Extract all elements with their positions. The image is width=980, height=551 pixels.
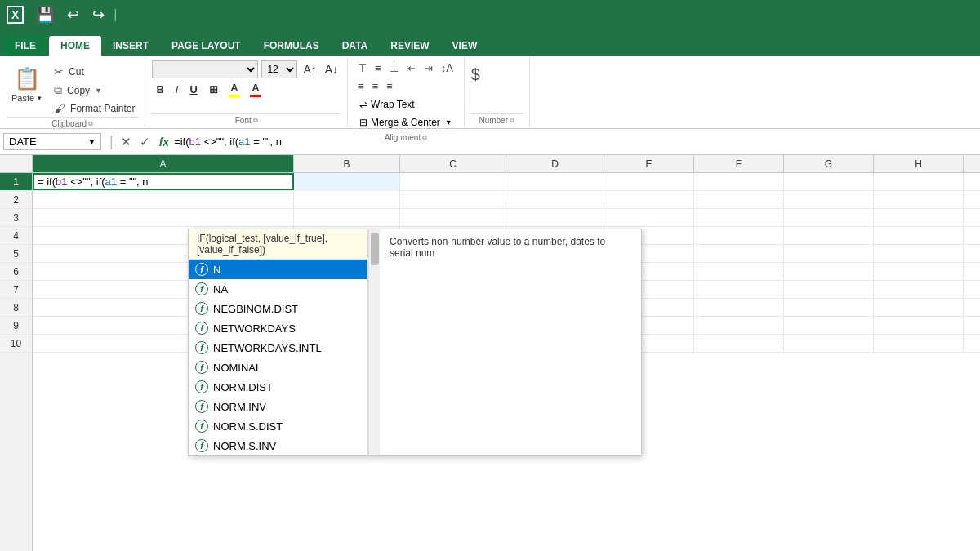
cell-d2[interactable] — [506, 191, 604, 209]
row-num-10[interactable]: 10 — [0, 335, 32, 353]
autocomplete-item-networkdays-intl[interactable]: fNETWORKDAYS.INTL — [189, 338, 368, 358]
tab-review[interactable]: REVIEW — [379, 36, 440, 56]
font-expand-icon[interactable]: ⧉ — [253, 117, 258, 125]
formula-input[interactable]: =if(b1 <>"", if(a1 = "", n — [174, 136, 977, 148]
row-num-9[interactable]: 9 — [0, 317, 32, 335]
cell-g10[interactable] — [784, 335, 874, 352]
cell-c2[interactable] — [400, 191, 506, 209]
cell-g3[interactable] — [784, 209, 874, 226]
row-num-2[interactable]: 2 — [0, 191, 32, 209]
font-color-button[interactable]: A — [247, 80, 265, 99]
font-name-select[interactable] — [152, 60, 258, 78]
cell-g6[interactable] — [784, 263, 874, 280]
autocomplete-item-norm-inv[interactable]: fNORM.INV — [189, 397, 368, 416]
font-size-select[interactable]: 12 — [261, 60, 297, 78]
cell-b3[interactable] — [294, 209, 400, 226]
cell-h2[interactable] — [874, 191, 964, 209]
autocomplete-scrollbar[interactable] — [368, 229, 380, 455]
col-header-b[interactable]: B — [294, 155, 400, 172]
redo-button[interactable]: ↪ — [88, 6, 109, 24]
cut-button[interactable]: ✂ Cut — [51, 64, 138, 80]
cell-h7[interactable] — [874, 281, 964, 298]
cell-d3[interactable] — [506, 209, 604, 226]
border-button[interactable]: ⊞ — [205, 82, 222, 97]
cell-g4[interactable] — [784, 227, 874, 244]
cell-h5[interactable] — [874, 245, 964, 262]
cell-g5[interactable] — [784, 245, 874, 262]
align-right-button[interactable]: ≡ — [383, 78, 396, 94]
cell-h4[interactable] — [874, 227, 964, 244]
col-header-h[interactable]: H — [874, 155, 964, 172]
autocomplete-item-nominal[interactable]: fNOMINAL — [189, 358, 368, 377]
cell-h3[interactable] — [874, 209, 964, 226]
tab-view[interactable]: VIEW — [441, 36, 489, 56]
cell-f3[interactable] — [694, 209, 784, 226]
cell-a2[interactable] — [33, 191, 294, 209]
cell-f6[interactable] — [694, 263, 784, 280]
cell-b2[interactable] — [294, 191, 400, 209]
align-center-button[interactable]: ≡ — [369, 78, 382, 94]
align-bottom-button[interactable]: ⊥ — [386, 60, 402, 76]
tab-data[interactable]: DATA — [331, 36, 380, 56]
cell-f7[interactable] — [694, 281, 784, 298]
save-button[interactable]: 💾 — [32, 6, 58, 24]
confirm-formula-button[interactable]: ✓ — [136, 133, 154, 151]
col-header-c[interactable]: C — [400, 155, 506, 172]
text-direction-button[interactable]: ↕A — [438, 60, 457, 76]
italic-button[interactable]: I — [172, 82, 183, 97]
number-expand-icon[interactable]: ⧉ — [510, 117, 514, 125]
cell-f10[interactable] — [694, 335, 784, 352]
cell-c3[interactable] — [400, 209, 506, 226]
row-num-1[interactable]: 1 — [0, 173, 32, 191]
decrease-font-size-button[interactable]: A↓ — [323, 62, 341, 77]
row-num-4[interactable]: 4 — [0, 227, 32, 245]
cell-h1[interactable] — [874, 173, 964, 191]
col-header-a[interactable]: A — [33, 155, 294, 172]
autocomplete-item-n[interactable]: fN — [189, 260, 368, 279]
tab-file[interactable]: FILE — [3, 36, 47, 56]
indent-decrease-button[interactable]: ⇤ — [403, 60, 419, 76]
format-painter-button[interactable]: 🖌 Format Painter — [51, 100, 138, 117]
fill-color-button[interactable]: A — [225, 80, 243, 99]
cell-e2[interactable] — [604, 191, 694, 209]
autocomplete-item-norm-s-inv[interactable]: fNORM.S.INV — [189, 436, 368, 455]
cell-g9[interactable] — [784, 317, 874, 334]
increase-font-size-button[interactable]: A↑ — [301, 62, 318, 77]
row-num-5[interactable]: 5 — [0, 245, 32, 263]
cell-g2[interactable] — [784, 191, 874, 209]
row-num-7[interactable]: 7 — [0, 281, 32, 299]
cell-g1[interactable] — [784, 173, 874, 191]
align-left-button[interactable]: ≡ — [354, 78, 368, 94]
cell-c1[interactable] — [400, 173, 506, 191]
cell-g8[interactable] — [784, 299, 874, 316]
indent-increase-button[interactable]: ⇥ — [421, 60, 436, 76]
cell-e3[interactable] — [604, 209, 694, 226]
autocomplete-item-norm-dist[interactable]: fNORM.DIST — [189, 377, 368, 397]
wrap-text-button[interactable]: ⇌ Wrap Text — [354, 96, 457, 113]
cell-f8[interactable] — [694, 299, 784, 316]
cell-a3[interactable] — [33, 209, 294, 226]
cell-a1[interactable]: = if(b1 <>"", if(a1 = "", n — [33, 173, 294, 190]
col-header-d[interactable]: D — [506, 155, 604, 172]
cancel-formula-button[interactable]: ✕ — [117, 133, 136, 151]
row-num-8[interactable]: 8 — [0, 299, 32, 317]
cell-g7[interactable] — [784, 281, 874, 298]
cell-f5[interactable] — [694, 245, 784, 262]
autocomplete-item-na[interactable]: fNA — [189, 279, 368, 299]
row-num-3[interactable]: 3 — [0, 209, 32, 227]
cell-d1[interactable] — [506, 173, 604, 191]
underline-button[interactable]: U — [185, 82, 201, 97]
cell-reference-box[interactable]: DATE ▼ — [3, 133, 101, 150]
clipboard-expand-icon[interactable]: ⧉ — [88, 120, 93, 128]
tab-home[interactable]: HOME — [49, 36, 101, 56]
autocomplete-item-negbinom-dist[interactable]: fNEGBINOM.DIST — [189, 299, 368, 318]
align-top-button[interactable]: ⊤ — [354, 60, 370, 76]
col-header-e[interactable]: E — [604, 155, 694, 172]
cell-h8[interactable] — [874, 299, 964, 316]
col-header-g[interactable]: G — [784, 155, 874, 172]
cell-f9[interactable] — [694, 317, 784, 334]
cell-f1[interactable] — [694, 173, 784, 191]
row-num-6[interactable]: 6 — [0, 263, 32, 281]
align-middle-button[interactable]: ≡ — [372, 60, 385, 76]
paste-button[interactable]: 📋 Paste ▼ — [7, 60, 47, 106]
